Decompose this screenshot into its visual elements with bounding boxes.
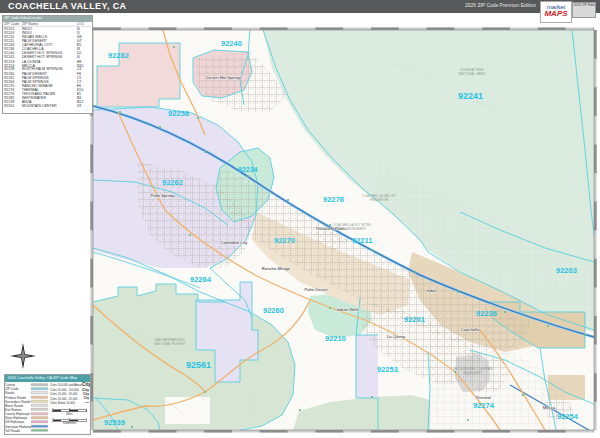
zip-label-92210: 92210 xyxy=(325,334,346,343)
map-legend: 2026 Coachella Valley, CA ZIP Code Map C… xyxy=(4,374,91,435)
legend-title-bar: 2026 Coachella Valley, CA ZIP Code Map xyxy=(5,375,90,382)
legend-cities: Cities 100,000 and AboveCityCities 50,00… xyxy=(50,383,89,406)
zip-index-col-2: LOC xyxy=(77,22,90,26)
edition-badge-text: 2026 ZIP Edition xyxy=(573,3,582,8)
zip-label-92203: 92203 xyxy=(556,266,577,275)
zip-index-col-1: ZIP Name xyxy=(22,22,77,26)
legend-road-swatch xyxy=(31,383,48,386)
city-label: Rancho Mirage xyxy=(262,266,291,271)
zip-label-92260: 92260 xyxy=(263,306,284,315)
zip-label-92253: 92253 xyxy=(377,365,398,374)
scale-km-label: Kilometers xyxy=(50,422,89,425)
zip-label-92274: 92274 xyxy=(473,401,495,410)
zip-index-row: 92561MOUNTAIN CENTERD9 xyxy=(3,104,91,108)
legend-road-item: Toll Roads xyxy=(5,428,50,432)
place-label: JOSHUA TREENATIONAL PARK xyxy=(459,68,487,76)
publisher-logo: market MAPS xyxy=(540,1,572,23)
legend-road-swatch xyxy=(31,387,48,390)
city-label: Desert Hot Springs xyxy=(206,75,241,80)
city-label: Palm Springs xyxy=(151,193,176,198)
zip-label-92264: 92264 xyxy=(190,275,212,284)
scale-miles-label: Miles xyxy=(50,412,89,415)
zip-index-col-0: ZIP Code xyxy=(3,22,22,26)
zip-index-title: ZIP Code Index/Locator xyxy=(3,16,43,20)
city-label: Thousand Palms xyxy=(315,226,346,231)
city-label: Mecca xyxy=(543,405,556,410)
zip-label-92201: 92201 xyxy=(404,315,425,324)
legend-road-swatch xyxy=(31,417,48,420)
title-bar: COACHELLA VALLEY, CA 2026 ZIP Code Premi… xyxy=(0,0,600,13)
compass-rose xyxy=(10,341,36,369)
zip-label-92270: 92270 xyxy=(274,236,295,245)
scale-bar-km: 024 Kilometers xyxy=(50,416,89,424)
city-label: La Quinta xyxy=(387,334,406,339)
zip-label-92236: 92236 xyxy=(476,309,497,318)
city-label: Indio xyxy=(426,288,436,293)
legend-road-swatch xyxy=(31,408,48,411)
zip-label-92561: 92561 xyxy=(186,360,211,370)
legend-road-swatch xyxy=(31,421,48,424)
zip-label-92240: 92240 xyxy=(221,39,242,48)
page: { "header": { "title": "COACHELLA VALLEY… xyxy=(0,0,600,438)
legend-road-swatch xyxy=(31,392,48,395)
zip-label-92282: 92282 xyxy=(108,51,129,60)
city-label: Coachella xyxy=(461,327,480,332)
zip-label-92254: 92254 xyxy=(557,412,579,421)
zip-label-92258: 92258 xyxy=(168,109,189,118)
legend-roads: CountyZIP CodeRoadsPrimary RoadsSecondar… xyxy=(5,383,50,433)
legend-road-swatch xyxy=(31,396,48,399)
scale-bar-miles: 024 Miles xyxy=(50,407,89,415)
zip-label-92539: 92539 xyxy=(104,418,125,427)
zip-label-92276: 92276 xyxy=(323,195,344,204)
legend-city-class: Cities Below 10,000City xyxy=(50,401,89,406)
legend-title: 2026 Coachella Valley, CA ZIP Code Map xyxy=(5,375,41,380)
legend-road-swatch xyxy=(31,404,48,407)
zip-label-92241: 92241 xyxy=(458,91,483,101)
zip-label-92234: 92234 xyxy=(238,166,258,173)
legend-road-swatch xyxy=(31,412,48,415)
zip-index-rows: 92201INDIOI692203INDIOI592210INDIAN WELL… xyxy=(3,27,91,108)
legend-road-swatch xyxy=(31,400,48,403)
page-title: COACHELLA VALLEY, CA xyxy=(8,1,127,11)
edition-badge: 2026 ZIP Edition xyxy=(572,2,596,18)
legend-road-swatch xyxy=(31,425,48,428)
legend-road-swatch xyxy=(31,429,48,432)
place-label: SAN BERNARDINONATIONAL FOREST xyxy=(154,338,186,346)
city-label: Cathedral City xyxy=(221,240,248,245)
city-label: Thermal xyxy=(475,395,490,400)
logo-text-bottom: MAPS xyxy=(541,10,571,18)
zip-label-92262: 92262 xyxy=(162,178,183,187)
city-label: Indian Wells xyxy=(337,307,360,312)
city-label: Palm Desert xyxy=(304,287,328,292)
zip-label-92211: 92211 xyxy=(352,236,372,245)
zip-index-panel: ZIP Code Index/Locator ZIP CodeZIP NameL… xyxy=(2,15,93,114)
edition-label: 2026 ZIP Code Premium Edition xyxy=(465,3,536,9)
